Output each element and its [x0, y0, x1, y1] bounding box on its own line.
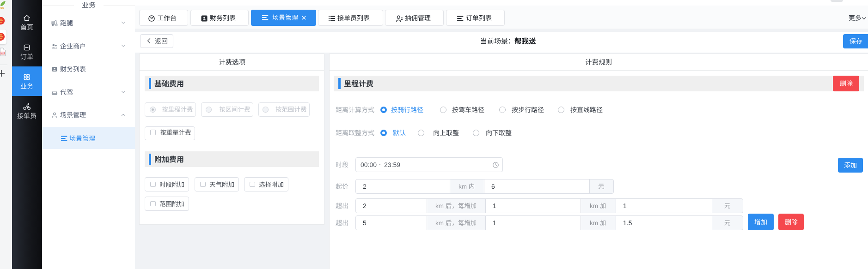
svg-text:PDF: PDF	[0, 52, 5, 54]
svg-text:go: go	[0, 6, 4, 9]
